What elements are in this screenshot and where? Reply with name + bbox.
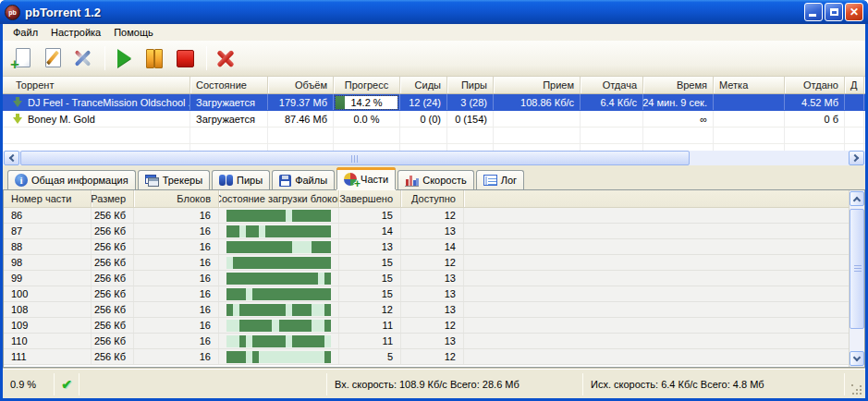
column-header-uploaded[interactable]: Отдано	[785, 77, 845, 93]
parts-column-header-part[interactable]: Номер части	[4, 190, 92, 207]
cell-empty	[400, 144, 447, 151]
options-button[interactable]	[69, 44, 97, 72]
parts-row[interactable]: 100256 Кб161513	[4, 286, 849, 302]
tab-general-info[interactable]: Общая информация	[7, 170, 136, 189]
parts-cell-avail: 12	[401, 318, 464, 333]
tab-speed[interactable]: Скорость	[397, 170, 474, 189]
vertical-scrollbar-thumb[interactable]	[850, 209, 864, 329]
block-done	[299, 320, 305, 332]
maximize-button[interactable]	[825, 3, 843, 21]
cell-uploaded: 4.52 Мб	[785, 94, 845, 110]
cell-up_speed: 6.4 Кб/с	[581, 94, 643, 110]
parts-row[interactable]: 108256 Кб161213	[4, 302, 849, 318]
stop-button[interactable]	[171, 44, 199, 72]
edit-torrent-icon	[42, 47, 64, 69]
tab-parts[interactable]: Части	[336, 167, 396, 189]
block-done	[299, 225, 305, 237]
block-done	[312, 335, 318, 347]
cell-name: DJ Feel - TranceMission Oldschool ...	[10, 94, 190, 110]
menu-item-file[interactable]: Файл	[6, 25, 44, 40]
parts-cell-size: 256 Кб	[92, 286, 134, 301]
block-pending	[292, 351, 299, 363]
scroll-up-button[interactable]	[850, 191, 864, 206]
resize-grip[interactable]	[851, 384, 862, 395]
start-button[interactable]	[110, 44, 138, 72]
scroll-down-button[interactable]	[850, 351, 864, 366]
column-header-added[interactable]: Д	[845, 77, 864, 93]
table-row[interactable]: Boney M. GoldЗагружается87.46 Мб0.0 %0 (…	[3, 111, 865, 128]
app-window: pb pbTorrent 1.2 ✕ ФайлНастройкаПомощь Т…	[0, 0, 868, 401]
parts-row[interactable]: 99256 Кб161513	[4, 271, 849, 286]
parts-table-body: 86256 Кб16151287256 Кб16141388256 Кб1613…	[4, 208, 849, 367]
tab-trackers[interactable]: Трекеры	[138, 170, 210, 189]
scroll-right-button[interactable]	[849, 151, 864, 165]
parts-cell-blocks: 16	[134, 255, 219, 270]
parts-row[interactable]: 110256 Кб161113	[4, 334, 849, 349]
cell-empty	[643, 128, 714, 143]
column-header-peers[interactable]: Пиры	[447, 77, 494, 93]
remove-button[interactable]	[212, 44, 239, 72]
column-header-size[interactable]: Объём	[268, 77, 334, 93]
parts-column-header-done[interactable]: Завершено	[339, 190, 401, 207]
menu-bar: ФайлНастройкаПомощь	[3, 24, 865, 41]
parts-row[interactable]: 86256 Кб161512	[4, 208, 849, 224]
parts-row[interactable]: 109256 Кб161112	[4, 318, 849, 334]
tab-bar: Общая информацияТрекерыПирыФайлыЧастиСко…	[3, 165, 865, 189]
chevron-right-icon	[851, 154, 859, 162]
block-done	[265, 210, 272, 222]
vertical-scrollbar[interactable]	[849, 190, 864, 367]
parts-column-header-blocks[interactable]: Блоков	[134, 190, 219, 207]
parts-cell-size: 256 Кб	[92, 334, 134, 348]
horizontal-scrollbar-thumb[interactable]	[20, 151, 690, 165]
pause-icon	[143, 47, 165, 69]
add-torrent-button[interactable]	[8, 44, 36, 72]
block-done	[239, 257, 246, 269]
parts-row[interactable]: 111256 Кб16512	[4, 349, 849, 365]
block-pending	[259, 225, 265, 237]
block-done	[292, 225, 299, 237]
block-done	[305, 273, 312, 285]
scroll-left-button[interactable]	[4, 151, 19, 165]
column-header-time[interactable]: Время	[643, 77, 714, 93]
block-done	[324, 257, 331, 269]
tab-peers[interactable]: Пиры	[212, 170, 270, 189]
block-done	[246, 241, 252, 253]
close-button[interactable]: ✕	[845, 3, 863, 21]
horizontal-scrollbar[interactable]	[3, 151, 865, 165]
column-header-name[interactable]: Торрент	[10, 77, 190, 93]
parts-column-header-size[interactable]: Размер	[92, 190, 134, 207]
parts-row[interactable]: 98256 Кб161512	[4, 255, 849, 271]
block-done	[305, 320, 312, 332]
block-done	[259, 304, 265, 316]
block-pending	[312, 320, 318, 332]
parts-cell-size: 256 Кб	[92, 318, 134, 333]
block-done	[265, 288, 272, 300]
edit-torrent-button[interactable]	[39, 44, 67, 72]
menu-item-settings[interactable]: Настройка	[44, 25, 107, 40]
column-header-up_speed[interactable]: Отдача	[581, 77, 643, 93]
parts-row[interactable]: 88256 Кб161314	[4, 239, 849, 255]
cell-empty	[714, 128, 785, 143]
pause-button[interactable]	[141, 44, 168, 72]
title-bar[interactable]: pb pbTorrent 1.2 ✕	[0, 0, 868, 24]
column-header-label[interactable]: Метка	[714, 77, 785, 93]
column-header-seeds[interactable]: Сиды	[400, 77, 447, 93]
block-done	[239, 335, 246, 347]
parts-cell-avail: 13	[401, 286, 464, 301]
parts-cell-pattern	[219, 208, 339, 223]
minimize-button[interactable]	[804, 3, 823, 21]
column-header-state[interactable]: Состояние	[190, 77, 268, 93]
column-header-progress_text[interactable]: Прогресс	[334, 77, 400, 93]
table-row[interactable]: DJ Feel - TranceMission Oldschool ...Заг…	[3, 94, 865, 111]
parts-row[interactable]: 87256 Кб161413	[4, 224, 849, 239]
cell-empty	[190, 128, 268, 143]
parts-column-header-pattern[interactable]: Состояние загрузки блоков	[219, 190, 339, 207]
torrent-name: DJ Feel - TranceMission Oldschool ...	[28, 97, 190, 108]
tab-files[interactable]: Файлы	[272, 170, 335, 189]
parts-cell-size: 256 Кб	[92, 224, 134, 238]
parts-column-header-avail[interactable]: Доступно	[401, 190, 464, 207]
column-header-down_speed[interactable]: Прием	[494, 77, 581, 93]
app-icon[interactable]: pb	[5, 5, 20, 20]
menu-item-help[interactable]: Помощь	[107, 25, 160, 40]
tab-log[interactable]: Лог	[476, 170, 524, 189]
